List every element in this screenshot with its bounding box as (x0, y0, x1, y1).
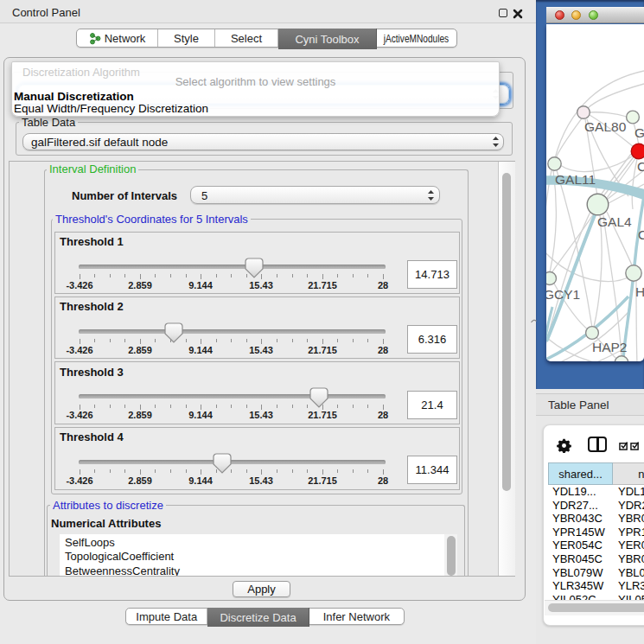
svg-text:GCY1: GCY1 (546, 287, 580, 302)
svg-text:GAL4: GAL4 (597, 214, 632, 229)
svg-text:H: H (635, 284, 644, 299)
svg-text:C: C (638, 227, 644, 242)
svg-text:C: C (637, 159, 644, 174)
svg-text:GAL80: GAL80 (584, 119, 627, 134)
svg-text:HAP2: HAP2 (592, 340, 628, 354)
svg-text:GA: GA (634, 125, 644, 140)
svg-text:GAL11: GAL11 (555, 172, 596, 187)
